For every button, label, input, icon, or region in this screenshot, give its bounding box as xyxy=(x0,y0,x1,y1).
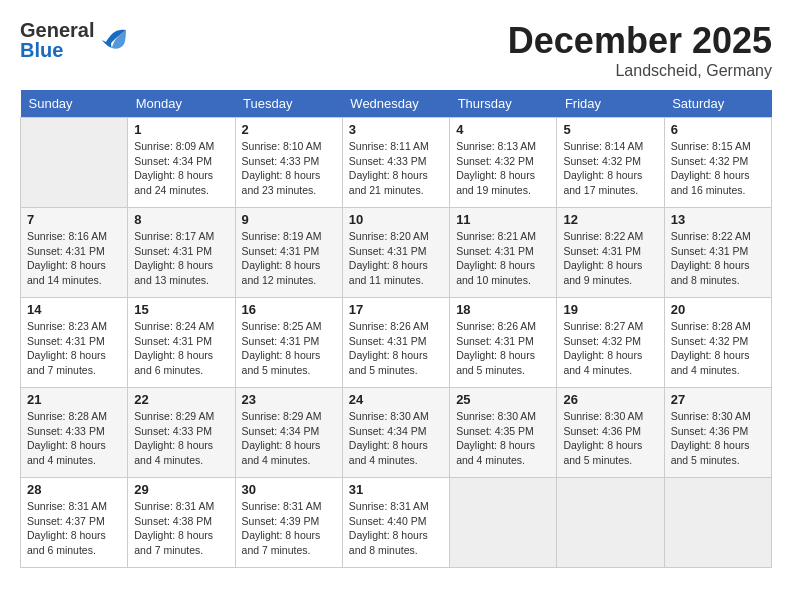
day-info: Sunrise: 8:24 AM Sunset: 4:31 PM Dayligh… xyxy=(134,319,228,378)
calendar-header-row: SundayMondayTuesdayWednesdayThursdayFrid… xyxy=(21,90,772,118)
day-info: Sunrise: 8:22 AM Sunset: 4:31 PM Dayligh… xyxy=(563,229,657,288)
day-info: Sunrise: 8:30 AM Sunset: 4:35 PM Dayligh… xyxy=(456,409,550,468)
calendar-cell: 22Sunrise: 8:29 AM Sunset: 4:33 PM Dayli… xyxy=(128,388,235,478)
calendar-cell: 15Sunrise: 8:24 AM Sunset: 4:31 PM Dayli… xyxy=(128,298,235,388)
day-number: 21 xyxy=(27,392,121,407)
logo-blue-text: Blue xyxy=(20,40,94,60)
day-info: Sunrise: 8:19 AM Sunset: 4:31 PM Dayligh… xyxy=(242,229,336,288)
calendar-cell: 16Sunrise: 8:25 AM Sunset: 4:31 PM Dayli… xyxy=(235,298,342,388)
day-number: 17 xyxy=(349,302,443,317)
day-info: Sunrise: 8:10 AM Sunset: 4:33 PM Dayligh… xyxy=(242,139,336,198)
calendar-cell xyxy=(21,118,128,208)
calendar-cell: 18Sunrise: 8:26 AM Sunset: 4:31 PM Dayli… xyxy=(450,298,557,388)
day-info: Sunrise: 8:26 AM Sunset: 4:31 PM Dayligh… xyxy=(456,319,550,378)
month-title: December 2025 xyxy=(508,20,772,62)
day-number: 4 xyxy=(456,122,550,137)
day-number: 24 xyxy=(349,392,443,407)
day-info: Sunrise: 8:22 AM Sunset: 4:31 PM Dayligh… xyxy=(671,229,765,288)
day-info: Sunrise: 8:13 AM Sunset: 4:32 PM Dayligh… xyxy=(456,139,550,198)
day-number: 3 xyxy=(349,122,443,137)
day-number: 10 xyxy=(349,212,443,227)
calendar-cell: 3Sunrise: 8:11 AM Sunset: 4:33 PM Daylig… xyxy=(342,118,449,208)
day-number: 1 xyxy=(134,122,228,137)
calendar-week-row: 1Sunrise: 8:09 AM Sunset: 4:34 PM Daylig… xyxy=(21,118,772,208)
day-number: 30 xyxy=(242,482,336,497)
day-number: 5 xyxy=(563,122,657,137)
logo-bird-icon xyxy=(98,26,130,54)
day-info: Sunrise: 8:31 AM Sunset: 4:39 PM Dayligh… xyxy=(242,499,336,558)
day-number: 13 xyxy=(671,212,765,227)
day-number: 8 xyxy=(134,212,228,227)
day-number: 12 xyxy=(563,212,657,227)
day-number: 18 xyxy=(456,302,550,317)
day-info: Sunrise: 8:25 AM Sunset: 4:31 PM Dayligh… xyxy=(242,319,336,378)
calendar-table: SundayMondayTuesdayWednesdayThursdayFrid… xyxy=(20,90,772,568)
day-info: Sunrise: 8:29 AM Sunset: 4:33 PM Dayligh… xyxy=(134,409,228,468)
day-number: 26 xyxy=(563,392,657,407)
day-info: Sunrise: 8:14 AM Sunset: 4:32 PM Dayligh… xyxy=(563,139,657,198)
day-number: 2 xyxy=(242,122,336,137)
location: Landscheid, Germany xyxy=(508,62,772,80)
calendar-cell xyxy=(664,478,771,568)
day-info: Sunrise: 8:17 AM Sunset: 4:31 PM Dayligh… xyxy=(134,229,228,288)
day-number: 9 xyxy=(242,212,336,227)
day-number: 20 xyxy=(671,302,765,317)
calendar-cell: 13Sunrise: 8:22 AM Sunset: 4:31 PM Dayli… xyxy=(664,208,771,298)
calendar-cell: 8Sunrise: 8:17 AM Sunset: 4:31 PM Daylig… xyxy=(128,208,235,298)
day-info: Sunrise: 8:23 AM Sunset: 4:31 PM Dayligh… xyxy=(27,319,121,378)
day-number: 19 xyxy=(563,302,657,317)
day-number: 31 xyxy=(349,482,443,497)
calendar-cell xyxy=(557,478,664,568)
calendar-day-header: Saturday xyxy=(664,90,771,118)
calendar-cell: 5Sunrise: 8:14 AM Sunset: 4:32 PM Daylig… xyxy=(557,118,664,208)
day-number: 29 xyxy=(134,482,228,497)
day-info: Sunrise: 8:27 AM Sunset: 4:32 PM Dayligh… xyxy=(563,319,657,378)
calendar-cell: 24Sunrise: 8:30 AM Sunset: 4:34 PM Dayli… xyxy=(342,388,449,478)
day-info: Sunrise: 8:09 AM Sunset: 4:34 PM Dayligh… xyxy=(134,139,228,198)
calendar-cell: 4Sunrise: 8:13 AM Sunset: 4:32 PM Daylig… xyxy=(450,118,557,208)
calendar-week-row: 21Sunrise: 8:28 AM Sunset: 4:33 PM Dayli… xyxy=(21,388,772,478)
day-number: 7 xyxy=(27,212,121,227)
title-block: December 2025 Landscheid, Germany xyxy=(508,20,772,80)
calendar-cell: 29Sunrise: 8:31 AM Sunset: 4:38 PM Dayli… xyxy=(128,478,235,568)
day-number: 14 xyxy=(27,302,121,317)
calendar-cell: 9Sunrise: 8:19 AM Sunset: 4:31 PM Daylig… xyxy=(235,208,342,298)
calendar-cell: 7Sunrise: 8:16 AM Sunset: 4:31 PM Daylig… xyxy=(21,208,128,298)
day-info: Sunrise: 8:28 AM Sunset: 4:33 PM Dayligh… xyxy=(27,409,121,468)
day-number: 28 xyxy=(27,482,121,497)
calendar-cell: 26Sunrise: 8:30 AM Sunset: 4:36 PM Dayli… xyxy=(557,388,664,478)
day-info: Sunrise: 8:21 AM Sunset: 4:31 PM Dayligh… xyxy=(456,229,550,288)
day-info: Sunrise: 8:30 AM Sunset: 4:36 PM Dayligh… xyxy=(563,409,657,468)
day-info: Sunrise: 8:31 AM Sunset: 4:37 PM Dayligh… xyxy=(27,499,121,558)
calendar-cell: 14Sunrise: 8:23 AM Sunset: 4:31 PM Dayli… xyxy=(21,298,128,388)
calendar-day-header: Wednesday xyxy=(342,90,449,118)
day-info: Sunrise: 8:31 AM Sunset: 4:40 PM Dayligh… xyxy=(349,499,443,558)
day-info: Sunrise: 8:30 AM Sunset: 4:36 PM Dayligh… xyxy=(671,409,765,468)
day-number: 27 xyxy=(671,392,765,407)
calendar-cell: 19Sunrise: 8:27 AM Sunset: 4:32 PM Dayli… xyxy=(557,298,664,388)
calendar-day-header: Friday xyxy=(557,90,664,118)
calendar-cell: 1Sunrise: 8:09 AM Sunset: 4:34 PM Daylig… xyxy=(128,118,235,208)
day-info: Sunrise: 8:20 AM Sunset: 4:31 PM Dayligh… xyxy=(349,229,443,288)
day-number: 15 xyxy=(134,302,228,317)
day-number: 25 xyxy=(456,392,550,407)
day-info: Sunrise: 8:15 AM Sunset: 4:32 PM Dayligh… xyxy=(671,139,765,198)
calendar-cell: 10Sunrise: 8:20 AM Sunset: 4:31 PM Dayli… xyxy=(342,208,449,298)
day-info: Sunrise: 8:29 AM Sunset: 4:34 PM Dayligh… xyxy=(242,409,336,468)
calendar-cell: 30Sunrise: 8:31 AM Sunset: 4:39 PM Dayli… xyxy=(235,478,342,568)
calendar-day-header: Tuesday xyxy=(235,90,342,118)
page-header: General Blue December 2025 Landscheid, G… xyxy=(20,20,772,80)
calendar-day-header: Thursday xyxy=(450,90,557,118)
calendar-week-row: 7Sunrise: 8:16 AM Sunset: 4:31 PM Daylig… xyxy=(21,208,772,298)
day-info: Sunrise: 8:30 AM Sunset: 4:34 PM Dayligh… xyxy=(349,409,443,468)
logo: General Blue xyxy=(20,20,130,60)
day-number: 23 xyxy=(242,392,336,407)
day-number: 16 xyxy=(242,302,336,317)
calendar-cell: 25Sunrise: 8:30 AM Sunset: 4:35 PM Dayli… xyxy=(450,388,557,478)
calendar-week-row: 14Sunrise: 8:23 AM Sunset: 4:31 PM Dayli… xyxy=(21,298,772,388)
day-number: 22 xyxy=(134,392,228,407)
logo-general-text: General xyxy=(20,20,94,40)
day-info: Sunrise: 8:31 AM Sunset: 4:38 PM Dayligh… xyxy=(134,499,228,558)
calendar-cell: 31Sunrise: 8:31 AM Sunset: 4:40 PM Dayli… xyxy=(342,478,449,568)
calendar-cell: 2Sunrise: 8:10 AM Sunset: 4:33 PM Daylig… xyxy=(235,118,342,208)
